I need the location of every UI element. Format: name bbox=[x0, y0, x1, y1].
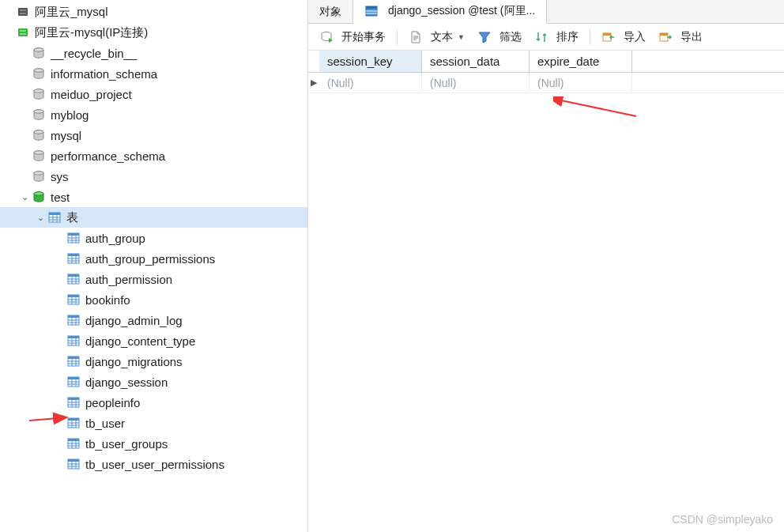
document-icon bbox=[409, 30, 423, 44]
filter-button[interactable]: 筛选 bbox=[473, 28, 526, 47]
column-session-data[interactable]: session_data bbox=[422, 51, 530, 72]
tree-item-label: tb_user_groups bbox=[85, 437, 168, 451]
svg-rect-2 bbox=[20, 13, 26, 14]
server-open-icon bbox=[16, 25, 30, 40]
tree-item-label: peopleinfo bbox=[85, 396, 140, 409]
column-session-key[interactable]: session_key bbox=[319, 51, 422, 72]
tree-item-label: __recycle_bin__ bbox=[51, 47, 137, 60]
tabbar: 对象 django_session @test (阿里... bbox=[308, 0, 784, 24]
table-row[interactable]: ▶ (Null) (Null) (Null) bbox=[308, 73, 784, 93]
tree-item-myblog[interactable]: myblog bbox=[0, 104, 307, 125]
tree-item-label: auth_permission bbox=[85, 273, 172, 286]
svg-rect-53 bbox=[68, 315, 79, 318]
tab-objects[interactable]: 对象 bbox=[308, 0, 353, 23]
tree-item-auth-permission[interactable]: auth_permission bbox=[0, 269, 307, 289]
cell[interactable]: (Null) bbox=[422, 73, 530, 92]
cell[interactable]: (Null) bbox=[530, 73, 632, 92]
tree-item-peopleinfo[interactable]: peopleinfo bbox=[0, 392, 307, 413]
svg-rect-71 bbox=[68, 377, 79, 379]
tree-item-django-content-type[interactable]: django_content_type bbox=[0, 330, 307, 351]
table-icon bbox=[66, 436, 81, 451]
tree-item-auth-group-permissions[interactable]: auth_group_permissions bbox=[0, 248, 307, 269]
button-label: 开始事务 bbox=[341, 30, 386, 44]
tree-item-bookinfo[interactable]: bookinfo bbox=[0, 289, 307, 310]
db-icon bbox=[32, 169, 46, 183]
db-open-icon bbox=[32, 190, 46, 204]
tree-item-----mysql-ip---[interactable]: 阿里云-mysql(IP连接) bbox=[0, 22, 307, 43]
db-icon bbox=[32, 66, 46, 81]
tree-item-label: 阿里云-mysql(IP连接) bbox=[35, 25, 148, 40]
export-icon bbox=[658, 30, 673, 44]
tree-item-label: sys bbox=[51, 170, 69, 183]
tree-item-label: 阿里云_mysql bbox=[35, 5, 108, 20]
tree-item-information-schema[interactable]: information_schema bbox=[0, 63, 307, 84]
chevron-down-icon: ▼ bbox=[458, 33, 465, 41]
table-icon bbox=[66, 375, 81, 389]
tree-item-label: meiduo_project bbox=[51, 88, 132, 101]
svg-rect-3 bbox=[18, 28, 28, 36]
table-icon bbox=[66, 292, 81, 307]
svg-rect-47 bbox=[68, 295, 79, 297]
tree-item-sys[interactable]: sys bbox=[0, 166, 307, 187]
tree-item-label: django_admin_log bbox=[85, 314, 183, 327]
connection-tree[interactable]: 阿里云_mysql阿里云-mysql(IP连接)__recycle_bin__i… bbox=[0, 0, 308, 532]
chevron-down-icon[interactable]: ⌄ bbox=[19, 192, 30, 202]
import-button[interactable]: 导入 bbox=[597, 28, 650, 47]
svg-rect-89 bbox=[68, 439, 79, 441]
separator bbox=[397, 29, 398, 45]
text-button[interactable]: 文本 ▼ bbox=[404, 28, 469, 47]
svg-rect-1 bbox=[20, 9, 26, 11]
annotation-arrow-icon bbox=[553, 96, 640, 120]
tab-django-session[interactable]: django_session @test (阿里... bbox=[353, 0, 547, 24]
tree-item-django-session[interactable]: django_session bbox=[0, 372, 307, 392]
export-button[interactable]: 导出 bbox=[654, 28, 707, 47]
tree-item-tb-user-groups[interactable]: tb_user_groups bbox=[0, 433, 307, 454]
table-icon bbox=[66, 334, 81, 348]
tree-item-label: 表 bbox=[66, 210, 78, 225]
tree-item-label: information_schema bbox=[51, 67, 157, 81]
tree-item--[interactable]: ⌄表 bbox=[0, 207, 307, 228]
row-marker-icon: ▶ bbox=[308, 73, 319, 92]
data-grid[interactable]: session_key session_data expire_date ▶ (… bbox=[308, 51, 784, 532]
sort-button[interactable]: 排序 bbox=[530, 28, 583, 47]
svg-rect-95 bbox=[68, 459, 79, 462]
button-label: 导入 bbox=[624, 30, 646, 44]
tree-item-test[interactable]: ⌄test bbox=[0, 187, 307, 207]
tree-item-django-migrations[interactable]: django_migrations bbox=[0, 351, 307, 372]
tree-item-----mysql[interactable]: 阿里云_mysql bbox=[0, 2, 307, 22]
table-icon bbox=[364, 4, 379, 18]
svg-rect-112 bbox=[660, 33, 668, 36]
svg-rect-101 bbox=[366, 6, 377, 9]
sort-icon bbox=[534, 30, 548, 44]
svg-rect-59 bbox=[68, 336, 79, 338]
tree-item-performance-schema[interactable]: performance_schema bbox=[0, 145, 307, 166]
svg-line-114 bbox=[561, 100, 636, 116]
tree-item-tb-user-user-permissions[interactable]: tb_user_user_permissions bbox=[0, 454, 307, 474]
table-icon bbox=[66, 251, 81, 266]
separator bbox=[590, 29, 590, 45]
svg-rect-65 bbox=[68, 357, 79, 359]
tree-item-label: django_migrations bbox=[85, 355, 183, 368]
db-icon bbox=[32, 149, 46, 163]
tree-item-django-admin-log[interactable]: django_admin_log bbox=[0, 310, 307, 330]
tree-item-auth-group[interactable]: auth_group bbox=[0, 228, 307, 248]
tree-item-label: tb_user_user_permissions bbox=[85, 458, 224, 471]
tree-item-label: tb_user bbox=[85, 417, 125, 430]
tree-item-meiduo-project[interactable]: meiduo_project bbox=[0, 84, 307, 104]
svg-rect-29 bbox=[68, 233, 79, 236]
tree-item-label: auth_group_permissions bbox=[85, 252, 215, 266]
tree-item---recycle-bin--[interactable]: __recycle_bin__ bbox=[0, 43, 307, 63]
cell[interactable]: (Null) bbox=[319, 73, 422, 92]
tree-item-tb-user[interactable]: tb_user bbox=[0, 413, 307, 433]
begin-transaction-button[interactable]: 开始事务 bbox=[315, 28, 390, 47]
svg-point-7 bbox=[34, 48, 43, 51]
tree-item-label: myblog bbox=[51, 108, 89, 122]
tree-item-mysql[interactable]: mysql bbox=[0, 125, 307, 145]
table-icon bbox=[66, 395, 81, 409]
svg-point-15 bbox=[34, 130, 43, 134]
chevron-down-icon[interactable]: ⌄ bbox=[35, 213, 46, 223]
tree-item-label: test bbox=[51, 191, 70, 204]
main-panel: 对象 django_session @test (阿里... 开始事务 文本 ▼… bbox=[308, 0, 784, 532]
tab-label: 对象 bbox=[319, 5, 341, 19]
column-expire-date[interactable]: expire_date bbox=[530, 51, 632, 72]
